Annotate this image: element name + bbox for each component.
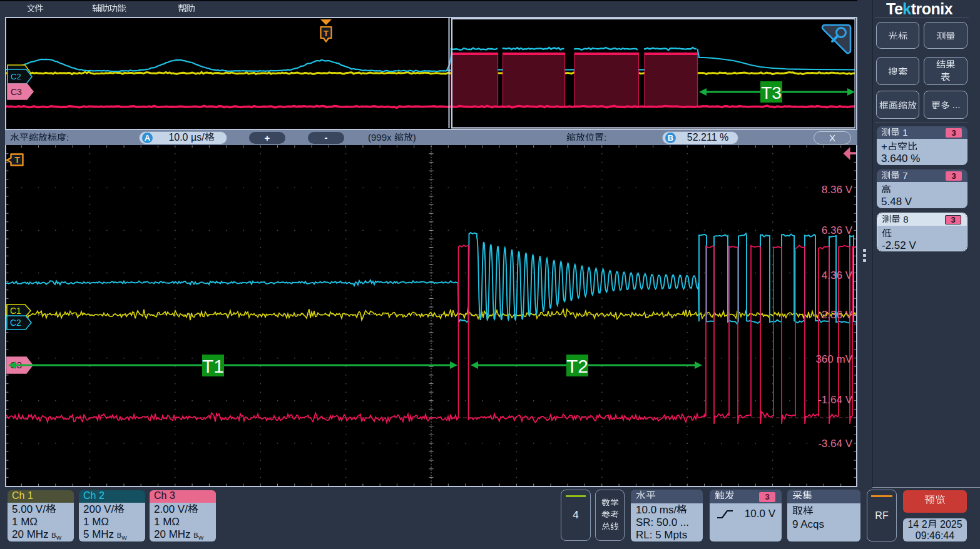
svg-text:T2: T2 xyxy=(566,356,588,376)
svg-text:C2: C2 xyxy=(11,72,21,81)
svg-text:C1: C1 xyxy=(10,306,21,316)
svg-text:4.36 V: 4.36 V xyxy=(822,269,853,281)
svg-text:T: T xyxy=(324,29,329,38)
svg-text:6.36 V: 6.36 V xyxy=(822,224,853,236)
svg-text:8.36 V: 8.36 V xyxy=(822,184,853,196)
svg-text:-3.64 V: -3.64 V xyxy=(818,438,852,450)
svg-text:2.36 V: 2.36 V xyxy=(822,309,853,321)
svg-text:-1.64 V: -1.64 V xyxy=(818,394,852,406)
svg-text:C2: C2 xyxy=(10,318,21,328)
svg-text:T3: T3 xyxy=(761,83,782,103)
svg-text:360 mV: 360 mV xyxy=(815,353,852,365)
svg-text:C3: C3 xyxy=(11,87,22,97)
svg-text:T: T xyxy=(14,155,20,165)
svg-text:T1: T1 xyxy=(202,356,224,376)
